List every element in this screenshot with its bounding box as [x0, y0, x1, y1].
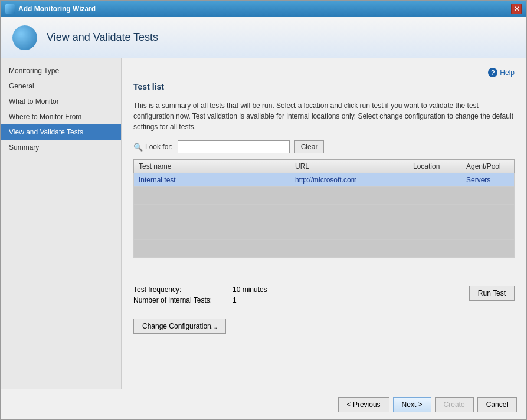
- description-text: This is a summary of all tests that will…: [133, 100, 515, 132]
- sidebar-item-what-to-monitor[interactable]: What to Monitor: [1, 94, 121, 109]
- info-section: Test frequency: 10 minutes Number of int…: [133, 286, 267, 334]
- table-row[interactable]: Internal test http://microsoft.com Serve…: [134, 173, 515, 187]
- col-test-name: Test name: [134, 160, 290, 173]
- internal-tests-label: Number of internal Tests:: [133, 296, 228, 304]
- col-agent-pool: Agent/Pool: [461, 160, 515, 173]
- cell-agent-pool: Servers: [461, 173, 515, 187]
- run-test-button[interactable]: Run Test: [469, 286, 515, 301]
- test-table-container: Test name URL Location Agent/Pool Intern…: [133, 159, 515, 277]
- sidebar-item-general[interactable]: General: [1, 78, 121, 94]
- look-for-text: Look for:: [145, 143, 173, 151]
- content-area: Monitoring Type General What to Monitor …: [1, 58, 526, 389]
- col-url: URL: [290, 160, 408, 173]
- table-header-row: Test name URL Location Agent/Pool: [134, 160, 515, 173]
- help-icon: ?: [488, 68, 497, 77]
- info-run-row: Test frequency: 10 minutes Number of int…: [133, 286, 515, 334]
- help-row: ? Help: [133, 68, 515, 77]
- section-title: Test list: [133, 82, 515, 94]
- sidebar-item-view-validate[interactable]: View and Validate Tests: [1, 124, 121, 140]
- next-button[interactable]: Next >: [393, 397, 431, 412]
- change-config-button[interactable]: Change Configuration...: [133, 319, 226, 334]
- clear-button[interactable]: Clear: [294, 140, 325, 153]
- main-window: Add Monitoring Wizard ✕ View and Validat…: [0, 0, 527, 420]
- internal-tests-value: 1: [233, 296, 267, 304]
- footer: < Previous Next > Create Cancel: [1, 389, 526, 419]
- look-for-label: 🔍 Look for:: [133, 143, 173, 152]
- test-table: Test name URL Location Agent/Pool Intern…: [133, 159, 515, 258]
- window-title: Add Monitoring Wizard: [18, 5, 96, 13]
- cancel-button[interactable]: Cancel: [477, 397, 517, 412]
- header-icon: [12, 25, 37, 50]
- title-bar: Add Monitoring Wizard ✕: [1, 1, 526, 17]
- sidebar: Monitoring Type General What to Monitor …: [1, 58, 122, 389]
- look-for-input[interactable]: [178, 140, 290, 153]
- app-icon: [5, 4, 15, 14]
- cell-test-name: Internal test: [134, 173, 290, 187]
- table-row-empty-1: [134, 187, 515, 205]
- info-grid: Test frequency: 10 minutes Number of int…: [133, 286, 267, 304]
- help-link[interactable]: ? Help: [488, 68, 515, 77]
- search-icon: 🔍: [133, 143, 143, 152]
- table-row-empty-3: [134, 222, 515, 240]
- create-button[interactable]: Create: [435, 397, 474, 412]
- table-row-empty-4: [134, 240, 515, 258]
- main-panel: ? Help Test list This is a summary of al…: [122, 58, 526, 389]
- col-location: Location: [408, 160, 461, 173]
- previous-button[interactable]: < Previous: [338, 397, 389, 412]
- cell-location: [408, 173, 461, 187]
- sidebar-item-summary[interactable]: Summary: [1, 140, 121, 155]
- header-title: View and Validate Tests: [47, 31, 158, 44]
- cell-url: http://microsoft.com: [290, 173, 408, 187]
- sidebar-item-where-monitor-from[interactable]: Where to Monitor From: [1, 109, 121, 124]
- help-label: Help: [500, 68, 515, 77]
- look-for-row: 🔍 Look for: Clear: [133, 140, 515, 153]
- table-row-empty-2: [134, 205, 515, 222]
- frequency-value: 10 minutes: [233, 286, 267, 294]
- header-bar: View and Validate Tests: [1, 17, 526, 58]
- close-button[interactable]: ✕: [511, 4, 522, 14]
- frequency-label: Test frequency:: [133, 286, 228, 294]
- sidebar-item-monitoring-type[interactable]: Monitoring Type: [1, 63, 121, 78]
